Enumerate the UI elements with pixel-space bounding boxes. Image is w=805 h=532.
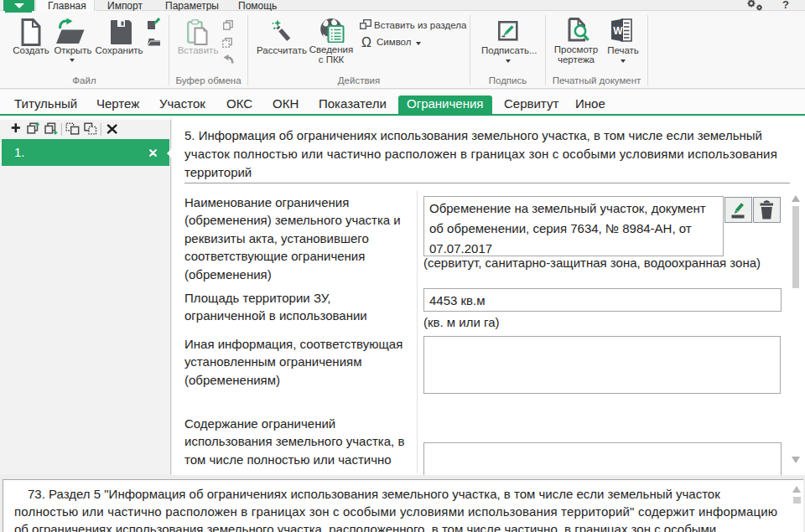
svg-text:W: W: [613, 25, 623, 37]
